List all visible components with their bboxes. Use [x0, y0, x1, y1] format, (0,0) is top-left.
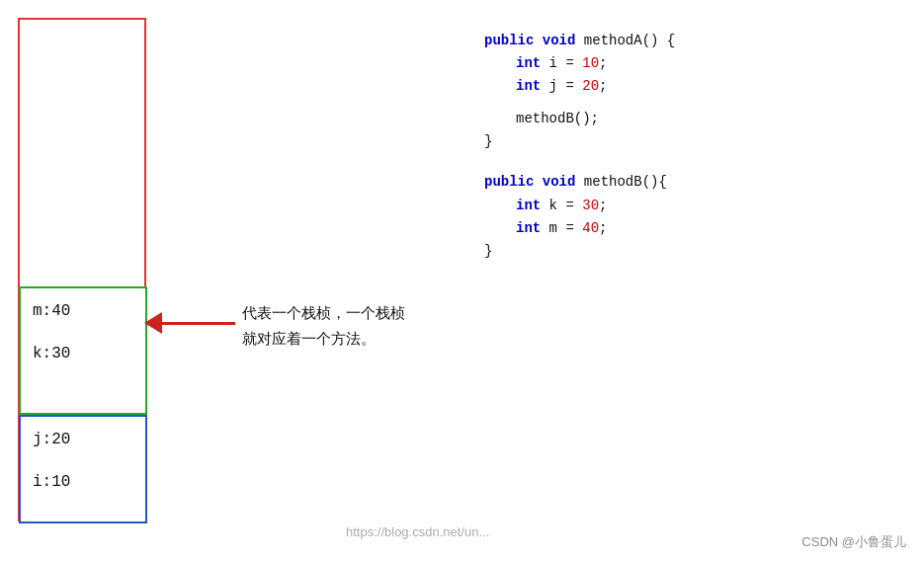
var-i: i:10 [21, 459, 145, 502]
var-k: k:30 [21, 331, 145, 373]
code-block: public void methodA() { int i = 10; int … [484, 30, 899, 263]
watermark-csdn: CSDN @小鲁蛋儿 [801, 533, 906, 551]
stack-methodA-frame: j:20 i:10 [19, 415, 147, 523]
methodA-closing: } [484, 130, 899, 153]
stack-methodB-frame: m:40 k:30 [19, 286, 147, 415]
methodA-line2: int j = 20; [484, 75, 899, 98]
var-m: m:40 [21, 288, 145, 331]
var-j: j:20 [21, 417, 145, 459]
methodA-signature: public void methodA() { [484, 30, 899, 52]
methodB-closing: } [484, 240, 899, 263]
main-container: m:40 k:30 j:20 i:10 代表一个栈桢，一个栈桢 就对应着一个方法… [0, 0, 924, 561]
methodB-signature: public void methodB(){ [484, 171, 899, 194]
arrow-head [144, 312, 162, 334]
description-text: 代表一个栈桢，一个栈桢 就对应着一个方法。 [242, 301, 405, 352]
stack-outer-frame: m:40 k:30 j:20 i:10 [18, 18, 146, 521]
methodA-line3: methodB(); [484, 108, 899, 130]
watermark-url: https://blog.csdn.net/un... [346, 524, 489, 539]
methodA-line1: int i = 10; [484, 52, 899, 75]
methodB-line1: int k = 30; [484, 195, 899, 217]
methodB-line2: int m = 40; [484, 217, 899, 240]
